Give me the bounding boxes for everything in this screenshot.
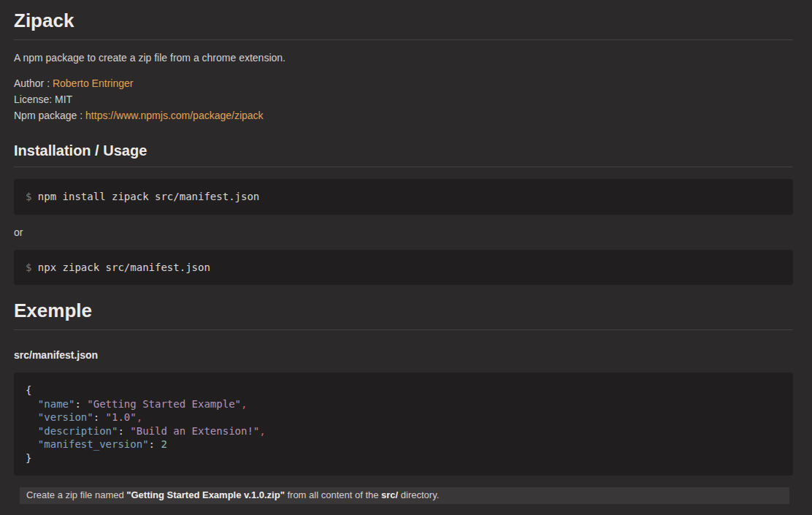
code-token-key: "name" xyxy=(38,398,75,410)
code-token-number: 2 xyxy=(161,438,166,450)
npm-package-link[interactable]: https://www.npmjs.com/package/zipack xyxy=(85,110,264,121)
shell-command: npx zipack src/manifest.json xyxy=(38,262,210,273)
author-link[interactable]: Roberto Entringer xyxy=(53,77,134,89)
code-line: { xyxy=(26,384,781,397)
code-token-string: "1.0" xyxy=(106,411,137,423)
code-token-plain: : xyxy=(118,425,130,437)
code-token-plain xyxy=(26,425,38,437)
page-title: Zipack xyxy=(14,9,793,40)
note-bar: Create a zip file named "Getting Started… xyxy=(20,487,789,504)
code-token-punct: , xyxy=(241,398,247,410)
example-heading: Exemple xyxy=(14,300,793,330)
code-token-plain: : xyxy=(74,398,87,410)
code-block-npx: $ npx zipack src/manifest.json xyxy=(14,250,793,286)
package-description: A npm package to create a zip file from … xyxy=(14,52,793,64)
code-token-string: "Getting Started Example" xyxy=(87,398,241,410)
code-token-punct: , xyxy=(137,411,142,423)
license-text: License: MIT xyxy=(14,94,72,105)
note-text: Create a zip file named xyxy=(26,489,126,500)
code-token-plain: } xyxy=(26,452,31,464)
code-block-manifest-json: { "name": "Getting Started Example", "ve… xyxy=(14,373,793,476)
shell-prompt: $ xyxy=(26,262,38,273)
file-label: src/manifest.json xyxy=(14,349,793,361)
code-token-plain: : xyxy=(149,438,161,450)
meta-block: Author : Roberto Entringer License: MIT … xyxy=(14,75,793,123)
code-line: "description": "Build an Extension!", xyxy=(26,424,781,438)
code-token-plain xyxy=(26,438,38,450)
note-text: from all content of the xyxy=(285,489,381,500)
code-token-string: "Build an Extension!" xyxy=(130,425,259,437)
code-line: "version": "1.0", xyxy=(26,411,781,424)
code-token-plain: { xyxy=(26,384,31,396)
readme-document: Zipack A npm package to create a zip fil… xyxy=(0,9,812,504)
code-token-key: "version" xyxy=(38,411,93,423)
note-bold-text: src/ xyxy=(381,489,398,500)
code-token-key: "description" xyxy=(38,425,118,437)
or-separator: or xyxy=(14,226,793,238)
code-line: } xyxy=(26,451,781,465)
code-token-plain xyxy=(26,411,38,423)
installation-heading: Installation / Usage xyxy=(14,142,793,167)
note-text: directory. xyxy=(398,489,439,500)
code-line: "name": "Getting Started Example", xyxy=(26,397,781,411)
author-label: Author : xyxy=(14,77,53,89)
shell-prompt: $ xyxy=(26,191,38,202)
code-block-npm-install: $ npm install zipack src/manifest.json xyxy=(14,179,793,215)
shell-command: npm install zipack src/manifest.json xyxy=(38,191,259,202)
code-token-punct: , xyxy=(259,425,265,437)
code-token-plain xyxy=(26,398,38,410)
npm-package-label: Npm package : xyxy=(14,110,85,121)
code-token-plain: : xyxy=(93,411,106,423)
code-token-key: "manifest_version" xyxy=(38,438,149,450)
note-bold-text: "Getting Started Example v.1.0.zip" xyxy=(126,489,285,500)
code-line: "manifest_version": 2 xyxy=(26,438,781,451)
